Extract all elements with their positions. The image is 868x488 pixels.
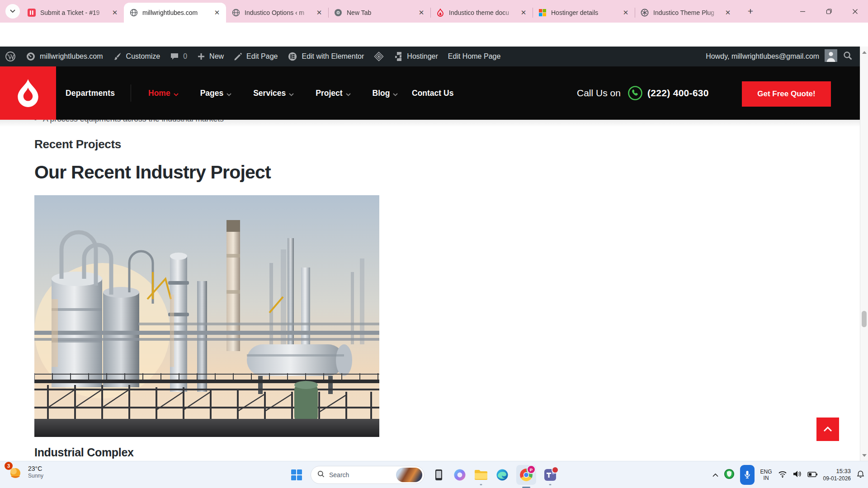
admin-edit-elementor[interactable]: Edit with Elementor [283,47,369,66]
nav-item-home[interactable]: Home [148,88,179,99]
nav-item-departments[interactable]: Departments [66,66,115,120]
admin-edit-page[interactable]: Edit Page [229,47,283,66]
tab-submit-ticket[interactable]: Submit a Ticket - #19 ✕ [22,3,124,23]
tab-millwrightlubes[interactable]: millwrightlubes.com ✕ [124,3,226,23]
tab-search-button[interactable] [5,4,20,19]
hostinger-icon [394,52,403,61]
nav-item-contact-us[interactable]: Contact Us [412,66,453,120]
openai-icon [640,8,649,17]
tab-close-button[interactable]: ✕ [519,8,528,17]
language-indicator[interactable]: ENG IN [760,469,772,482]
globe-icon [231,8,241,17]
running-indicator [480,484,482,485]
taskbar-clock[interactable]: 15:33 09-01-2026 [823,468,851,482]
tab-new-tab[interactable]: New Tab ✕ [328,3,430,23]
admin-bar-right: Howdy, millwrightlubes@gmail.com [706,49,868,64]
tab-industico-theme-plugin[interactable]: Industico Theme Plug ✕ [635,3,737,23]
tab-close-button[interactable]: ✕ [723,8,732,17]
condition-label: Sunny [28,473,43,479]
tab-close-button[interactable]: ✕ [621,8,630,17]
nav-item-services[interactable]: Services [253,88,294,99]
tab-title: Submit a Ticket - #19 [40,9,106,16]
chevron-down-icon [174,89,179,99]
tab-title: Industico Theme Plug [653,9,719,16]
site-header: Departments Home Pages Services Project … [0,66,860,120]
nav-item-project[interactable]: Project [316,88,350,99]
chrome-taskbar-slot[interactable]: P [516,465,536,485]
teams-badge [552,466,559,474]
start-button[interactable] [289,468,304,482]
page-scrollbar[interactable] [860,47,868,461]
file-explorer-icon[interactable] [474,468,488,482]
scroll-to-top-button[interactable] [816,418,839,441]
new-label: New [209,52,224,61]
wp-logo-menu[interactable] [0,47,21,66]
tab-close-button[interactable]: ✕ [417,8,426,17]
microphone-button[interactable] [740,465,755,485]
tab-industico-options[interactable]: Industico Options ‹ m ✕ [226,3,328,23]
pencil-icon [234,52,242,61]
battery-icon[interactable] [807,471,817,479]
browser-toolbar: millwrightlubes.com P [0,23,868,47]
admin-elementor-overview[interactable] [369,47,389,66]
project-image[interactable] [34,195,379,437]
howdy-label[interactable]: Howdy, millwrightlubes@gmail.com [706,52,819,61]
tab-title: Industico Options ‹ m [245,9,311,16]
tab-industico-theme-docs[interactable]: Industico theme docu ✕ [430,3,533,23]
teams-icon[interactable] [543,468,557,482]
new-tab-button[interactable]: + [745,6,756,17]
admin-edit-home-page[interactable]: Edit Home Page [443,47,506,66]
maximize-button[interactable] [816,2,842,20]
section-label: Recent Projects [34,137,121,151]
search-icon [317,470,325,479]
running-indicator [549,484,552,485]
tab-close-button[interactable]: ✕ [110,8,119,17]
page-content: A process equipments across the industri… [0,66,860,461]
scrollbar-up-arrow[interactable] [862,49,867,55]
site-logo[interactable] [0,66,56,120]
user-avatar[interactable] [825,49,837,64]
close-window-button[interactable] [842,2,868,20]
taskbar-search[interactable]: Search [311,466,425,484]
nav-shadow [0,120,860,127]
copilot-icon[interactable] [453,468,467,482]
temperature-label: 23°C [28,465,43,473]
whatsapp-phone-icon[interactable] [627,85,643,103]
admin-hostinger[interactable]: Hostinger [389,47,443,66]
nav-item-blog[interactable]: Blog [373,88,398,99]
edit-page-label: Edit Page [246,52,278,61]
weather-widget[interactable]: 3 23°C Sunny [7,464,43,480]
minimize-button[interactable] [789,2,816,20]
nav-item-pages[interactable]: Pages [200,88,232,99]
admin-new[interactable]: New [192,47,229,66]
tray-chevron-icon[interactable] [712,471,718,479]
edge-icon[interactable] [495,468,509,482]
antivirus-shield-icon[interactable] [724,469,734,481]
tab-close-button[interactable]: ✕ [212,8,222,17]
notification-bell-icon[interactable] [857,470,864,480]
admin-customize[interactable]: Customize [108,47,165,66]
edit-home-page-label: Edit Home Page [448,52,501,61]
flame-icon [436,8,445,17]
notification-badge: 3 [5,462,13,470]
search-highlight-image[interactable] [396,468,422,482]
tab-close-button[interactable]: ✕ [315,8,324,17]
tab-hostinger-details[interactable]: Hostinger details ✕ [533,3,635,23]
plus-icon [197,52,205,61]
admin-site-name[interactable]: millwrightlubes.com [21,47,108,66]
admin-site-label: millwrightlubes.com [40,52,103,61]
volume-icon[interactable] [793,470,802,479]
scrollbar-thumb[interactable] [862,311,867,327]
wifi-icon[interactable] [778,470,787,479]
admin-search-icon[interactable] [843,51,853,62]
window-controls [789,0,868,23]
chevron-up-icon [823,427,832,432]
call-us-label: Call Us on [577,66,621,120]
scrollbar-down-arrow[interactable] [862,453,867,458]
admin-comments[interactable]: 0 [165,47,192,66]
phone-link-icon[interactable] [431,468,446,482]
phone-number[interactable]: (222) 400-630 [647,66,709,120]
weather-sun-icon: 3 [7,464,24,480]
browser-tab-strip: Submit a Ticket - #19 ✕ millwrightlubes.… [0,0,868,23]
get-free-quote-button[interactable]: Get Free Quote! [742,81,831,107]
